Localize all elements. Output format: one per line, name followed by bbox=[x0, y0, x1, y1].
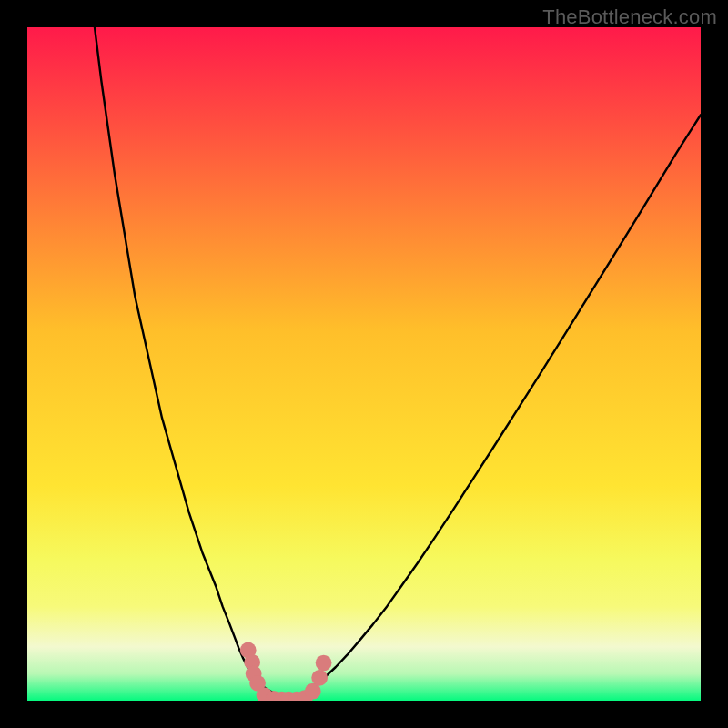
watermark-text: TheBottleneck.com bbox=[542, 5, 717, 29]
sample-point bbox=[316, 655, 332, 672]
plot-frame bbox=[27, 27, 701, 701]
plot-svg bbox=[27, 27, 701, 701]
chart-stage: TheBottleneck.com bbox=[0, 0, 728, 728]
gradient-background bbox=[27, 27, 701, 701]
sample-point bbox=[311, 670, 328, 686]
